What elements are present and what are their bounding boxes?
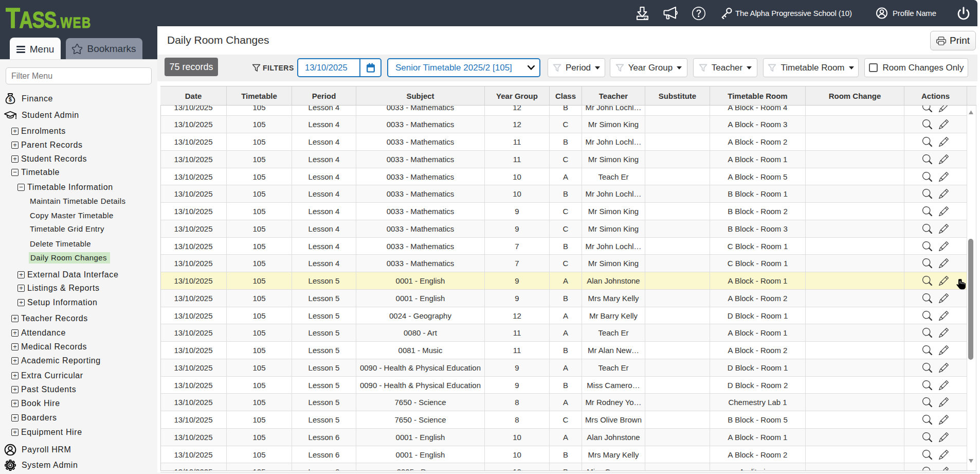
svg-text:$: $: [9, 96, 12, 102]
